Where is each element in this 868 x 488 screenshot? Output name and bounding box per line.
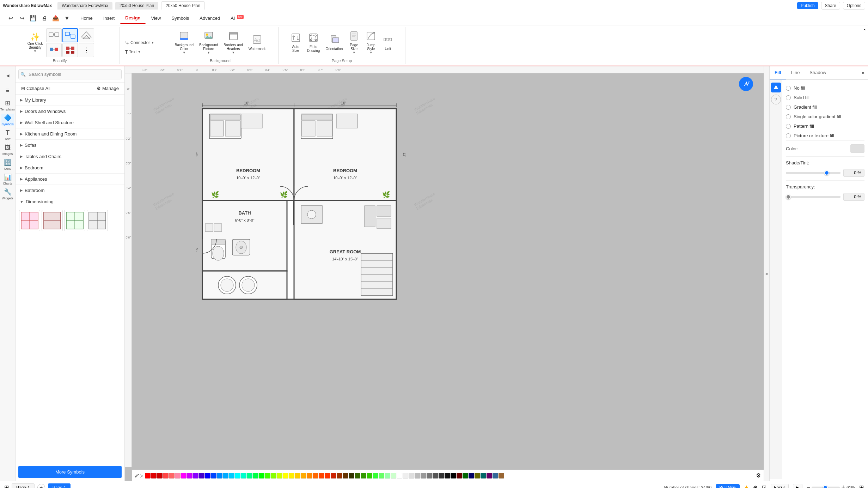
shape-btn-1[interactable] bbox=[46, 28, 62, 42]
fill-option-solid[interactable]: Solid fill bbox=[786, 93, 864, 102]
color-swatch[interactable] bbox=[439, 473, 444, 478]
category-dimensioning-header[interactable]: ▼ Dimensioning bbox=[16, 196, 124, 207]
color-swatch[interactable] bbox=[343, 473, 348, 478]
canvas-bg[interactable]: WondershareEdrawMax WondershareEdrawMax … bbox=[132, 73, 764, 467]
ribbon-tab-design[interactable]: Design bbox=[120, 12, 145, 24]
transparency-slider-thumb[interactable] bbox=[786, 194, 791, 199]
category-wall-shell-header[interactable]: ▶ Wall Shell and Structure bbox=[16, 117, 124, 128]
more-symbols-button[interactable]: More Symbols bbox=[18, 466, 122, 478]
color-swatch[interactable] bbox=[391, 473, 396, 478]
color-swatch[interactable] bbox=[223, 473, 228, 478]
help-icon-button[interactable]: ? bbox=[771, 95, 781, 104]
right-panel-expand-button[interactable]: » bbox=[764, 66, 769, 481]
shape-btn-2[interactable] bbox=[62, 28, 78, 42]
color-swatch[interactable] bbox=[313, 473, 318, 478]
color-swatch[interactable] bbox=[367, 473, 372, 478]
tab-fill[interactable]: Fill bbox=[770, 66, 786, 79]
print-button[interactable]: 🖨 bbox=[39, 13, 49, 23]
title-tab-3[interactable]: 20x50 House Plan bbox=[161, 1, 205, 10]
tab-line[interactable]: Line bbox=[786, 66, 805, 79]
color-swatch[interactable] bbox=[325, 473, 330, 478]
color-swatch[interactable] bbox=[277, 473, 282, 478]
fullscreen-button[interactable]: ⊞ bbox=[859, 484, 864, 488]
fill-color-button[interactable]: 🖊 bbox=[135, 473, 139, 478]
color-swatch[interactable] bbox=[427, 473, 432, 478]
color-swatch[interactable] bbox=[373, 473, 378, 478]
color-swatch[interactable] bbox=[247, 473, 252, 478]
color-preview[interactable] bbox=[850, 144, 864, 153]
dim-thumb-1[interactable] bbox=[19, 210, 40, 231]
play-button[interactable]: ▶ bbox=[793, 484, 802, 488]
shade-tint-slider-track[interactable] bbox=[786, 172, 841, 174]
add-page-button[interactable]: + bbox=[37, 484, 45, 488]
shade-tint-slider-thumb[interactable] bbox=[824, 170, 829, 175]
color-swatch[interactable] bbox=[235, 473, 240, 478]
color-swatch[interactable] bbox=[409, 473, 414, 478]
color-swatch[interactable] bbox=[145, 473, 151, 478]
color-swatch[interactable] bbox=[259, 473, 264, 478]
transparency-slider-track[interactable] bbox=[786, 196, 841, 198]
zoom-out-button[interactable]: − bbox=[807, 484, 811, 488]
color-swatch[interactable] bbox=[169, 473, 175, 478]
search-input[interactable] bbox=[18, 69, 122, 79]
color-swatch[interactable] bbox=[199, 473, 204, 478]
category-tables-chairs-header[interactable]: ▶ Tables and Chairs bbox=[16, 151, 124, 162]
color-swatch[interactable] bbox=[241, 473, 246, 478]
line-color-button[interactable]: ▷ bbox=[140, 473, 143, 478]
sidebar-templates-button[interactable]: ⊞ Templates bbox=[1, 99, 14, 112]
watermark-button[interactable]: Aa Watermark bbox=[246, 33, 268, 52]
color-swatch[interactable] bbox=[319, 473, 324, 478]
title-tab-2[interactable]: 20x50 House Plan bbox=[115, 2, 158, 10]
canvas-area[interactable]: -1'3" -0'2" -0'1" 0' 0'1" 0'2" 0'3" 0'4"… bbox=[125, 66, 764, 481]
color-swatch[interactable] bbox=[187, 473, 192, 478]
sidebar-images-button[interactable]: 🖼 Images bbox=[1, 143, 14, 156]
color-swatch[interactable] bbox=[295, 473, 300, 478]
sidebar-widgets-button[interactable]: 🔧 Widgets bbox=[1, 188, 14, 200]
color-swatch[interactable] bbox=[385, 473, 390, 478]
category-appliances-header[interactable]: ▶ Appliances bbox=[16, 174, 124, 185]
sidebar-menu-button[interactable]: ☰ bbox=[1, 84, 14, 97]
page-size-button[interactable]: PageSize ▼ bbox=[346, 30, 362, 56]
shape-btn-4[interactable] bbox=[46, 43, 62, 57]
ribbon-tab-ai[interactable]: AI hot bbox=[226, 12, 248, 24]
zoom-in-button[interactable]: + bbox=[841, 484, 845, 488]
color-swatch[interactable] bbox=[217, 473, 222, 478]
undo-button[interactable]: ↩ bbox=[6, 13, 16, 23]
ribbon-tab-insert[interactable]: Insert bbox=[98, 13, 120, 24]
shape-btn-5[interactable] bbox=[62, 43, 78, 57]
zoom-slider[interactable] bbox=[812, 487, 840, 488]
fit-page-button[interactable]: ⊡ bbox=[762, 484, 766, 488]
color-swatch[interactable] bbox=[445, 473, 450, 478]
color-swatch[interactable] bbox=[433, 473, 438, 478]
shape-btn-6[interactable]: ⋮ bbox=[79, 43, 94, 57]
sidebar-charts-button[interactable]: 📊 Charts bbox=[1, 173, 14, 186]
color-swatch[interactable] bbox=[469, 473, 474, 478]
right-panel-collapse-button[interactable]: » bbox=[858, 68, 868, 78]
one-click-beautify-button[interactable]: ✨ One ClickBeautify ▼ bbox=[25, 31, 45, 54]
color-swatch[interactable] bbox=[403, 473, 408, 478]
category-bathroom-header[interactable]: ▶ Bathroom bbox=[16, 185, 124, 196]
color-swatch[interactable] bbox=[157, 473, 163, 478]
color-swatch[interactable] bbox=[337, 473, 342, 478]
fill-option-pattern[interactable]: Pattern fill bbox=[786, 121, 864, 131]
color-swatch[interactable] bbox=[361, 473, 366, 478]
color-swatch[interactable] bbox=[481, 473, 486, 478]
color-swatch[interactable] bbox=[151, 473, 157, 478]
manage-button[interactable]: ⚙ Manage bbox=[94, 85, 121, 92]
ribbon-tab-symbols[interactable]: Symbols bbox=[167, 13, 194, 24]
share-button[interactable]: Share bbox=[821, 2, 840, 10]
borders-headers-button[interactable]: Borders andHeaders ▼ bbox=[221, 30, 245, 56]
color-swatch[interactable] bbox=[331, 473, 336, 478]
color-swatch[interactable] bbox=[421, 473, 426, 478]
expand-ribbon-button[interactable]: ⌃ bbox=[861, 27, 868, 64]
color-swatch[interactable] bbox=[301, 473, 306, 478]
sidebar-text-button[interactable]: T Text bbox=[1, 128, 14, 141]
sidebar-collapse-button[interactable]: ◀ bbox=[1, 69, 14, 82]
ribbon-tab-home[interactable]: Home bbox=[75, 13, 98, 24]
dim-thumb-3[interactable] bbox=[64, 210, 85, 231]
auto-size-button[interactable]: AutoSize bbox=[288, 31, 304, 54]
jump-style-button[interactable]: JumpStyle ▼ bbox=[363, 30, 379, 56]
fill-option-no-fill[interactable]: No fill bbox=[786, 83, 864, 93]
fit-to-drawing-button[interactable]: Fit toDrawing bbox=[305, 31, 322, 54]
color-swatch[interactable] bbox=[457, 473, 462, 478]
